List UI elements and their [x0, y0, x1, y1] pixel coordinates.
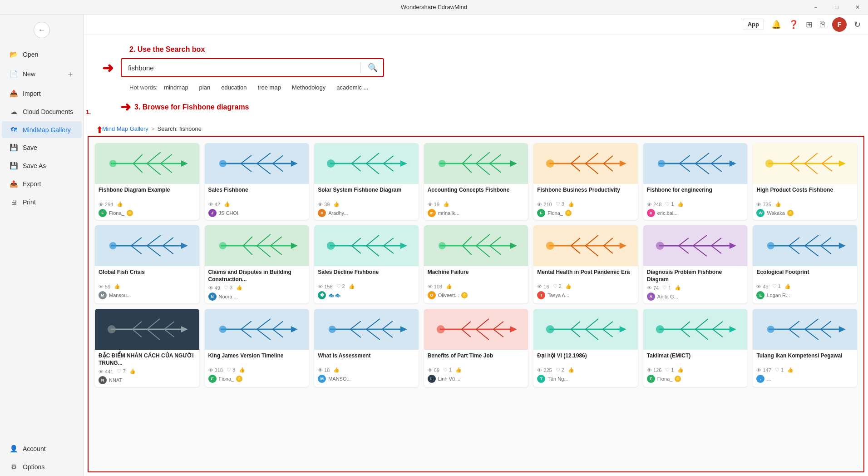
author-name: Fiona_	[657, 376, 673, 382]
author-avatar: N	[99, 376, 107, 384]
like-btn[interactable]: 👍	[565, 283, 572, 289]
author-avatar: A	[647, 293, 655, 301]
hot-word-plan[interactable]: plan	[195, 83, 215, 92]
hot-word-treemap[interactable]: tree map	[253, 83, 286, 92]
sidebar-mindmap-label: MindMap Gallery	[23, 126, 71, 134]
bell-icon[interactable]: 🔔	[771, 20, 781, 30]
like-btn[interactable]: 👍	[129, 368, 136, 374]
like-btn[interactable]: 👍	[333, 367, 340, 373]
sidebar-item-new[interactable]: 📄 New ＋	[2, 64, 82, 84]
gallery-card[interactable]: Fishbone for engineering 👁 248♡ 1👍 e eri…	[643, 143, 748, 220]
gallery-card[interactable]: Machine Failure 👁 103👍 O Oliveett... ⭐	[424, 225, 528, 303]
view-count: 👁 441	[99, 369, 113, 374]
card-stats: 👁 59👍	[99, 283, 196, 289]
hot-word-education[interactable]: education	[217, 83, 251, 92]
author-avatar: .	[756, 375, 764, 383]
grid-icon[interactable]: ⊞	[806, 20, 813, 30]
sidebar-item-open[interactable]: 📂 Open	[2, 46, 82, 63]
card-author: M Mansou...	[99, 291, 196, 299]
sidebar-item-mindmap[interactable]: 🗺 MindMap Gallery ⬆	[2, 121, 82, 138]
app-title: Wondershare EdrawMind	[401, 4, 467, 10]
like-btn[interactable]: 👍	[568, 201, 574, 207]
hot-word-mindmap[interactable]: mindmap	[159, 83, 192, 92]
gallery-card[interactable]: Tulang Ikan Kompetensi Pegawai 👁 147♡ 1👍…	[753, 309, 857, 387]
breadcrumb-separator: >	[151, 125, 155, 132]
gallery-card[interactable]: Taklimat (EMICT) 👁 126♡ 1👍 F Fiona_ ⭐	[643, 309, 748, 387]
settings-icon[interactable]: ⎘	[820, 20, 825, 29]
app-label[interactable]: App	[743, 19, 764, 30]
gallery-card[interactable]: Global Fish Crisis 👁 59👍 M Mansou...	[95, 225, 199, 303]
like-btn[interactable]: 👍	[784, 283, 791, 289]
save-icon: 💾	[9, 144, 18, 152]
like-btn[interactable]: 👍	[349, 283, 355, 289]
sidebar-item-print[interactable]: 🖨 Print	[2, 193, 82, 210]
card-thumbnail	[753, 309, 857, 350]
like-btn[interactable]: 👍	[239, 367, 245, 373]
account-icon: 👤	[9, 445, 18, 453]
breadcrumb-gallery-link[interactable]: Mind Map Gallery	[102, 125, 148, 132]
gallery-card[interactable]: ĐẶC ĐIỂM NHÂN CÁCH CỦA NGƯỜI TRUNG... 👁 …	[95, 309, 199, 387]
hot-word-methodology[interactable]: Methodology	[287, 83, 330, 92]
gallery-card[interactable]: Mental Health in Post Pandemic Era 👁 16♡…	[533, 225, 638, 303]
search-button[interactable]: 🔍	[362, 59, 383, 76]
close-button[interactable]: ✕	[847, 0, 868, 15]
minimize-button[interactable]: −	[805, 0, 826, 15]
author-name: NNAT	[109, 377, 122, 383]
like-btn[interactable]: 👍	[117, 201, 123, 207]
sidebar-item-import[interactable]: 📥 Import	[2, 85, 82, 102]
gallery-card[interactable]: Accounting Concepts Fishbone 👁 19👍 m mri…	[424, 143, 528, 220]
like-btn[interactable]: 👍	[677, 201, 684, 207]
like-btn[interactable]: 👍	[675, 285, 681, 291]
like-btn[interactable]: 👍	[114, 283, 120, 289]
like-btn[interactable]: 👍	[455, 367, 462, 373]
sidebar-item-cloud[interactable]: ☁ Cloud Documents 1.	[2, 103, 82, 120]
gallery-card[interactable]: Claims and Disputes in Building Construc…	[205, 225, 309, 303]
gallery-card[interactable]: What Is Assessment 👁 18👍 M MANSO...	[314, 309, 419, 387]
user-avatar[interactable]: F	[832, 17, 847, 32]
gallery-card[interactable]: Diagnosis Problem Fishbone Diagram 👁 74♡…	[643, 225, 748, 303]
like-btn[interactable]: 👍	[224, 201, 230, 207]
author-name: ...	[767, 376, 771, 382]
like-btn[interactable]: 👍	[775, 201, 781, 207]
gallery-card[interactable]: Solar System Fishbone Diagram 👁 39👍 A Ar…	[314, 143, 419, 220]
search-input[interactable]	[122, 60, 358, 76]
card-thumbnail	[205, 225, 309, 266]
gallery-card[interactable]: Fishbone Diagram Example 👁 294👍 F Fiona_…	[95, 143, 199, 220]
svg-point-99	[327, 242, 335, 250]
maximize-button[interactable]: □	[826, 0, 847, 15]
gallery-card[interactable]: Sales Fishbone 👁 42👍 J JS CHOI	[205, 143, 309, 220]
card-stats: 👁 225♡ 2👍	[537, 367, 634, 373]
like-btn[interactable]: 👍	[677, 367, 684, 373]
like-btn[interactable]: 👍	[443, 201, 449, 207]
card-info: ĐẶC ĐIỂM NHÂN CÁCH CỦA NGƯỜI TRUNG... 👁 …	[95, 350, 199, 387]
hot-word-academic[interactable]: academic ...	[332, 83, 373, 92]
breadcrumb: Mind Map Gallery > Search: fishbone	[84, 125, 868, 136]
sidebar-item-account[interactable]: 👤 Account	[2, 440, 82, 457]
svg-point-29	[327, 159, 335, 168]
gallery-card[interactable]: Sales Decline Fishbone 👁 156♡ 2👍 � 🐟🐟	[314, 225, 419, 303]
card-info: Fishbone Business Productivity 👁 210♡ 3👍…	[533, 184, 638, 220]
like-btn[interactable]: 👍	[236, 285, 242, 291]
view-count: 👁 318	[208, 367, 223, 373]
refresh-icon[interactable]: ↻	[854, 20, 861, 30]
view-count: 👁 248	[647, 202, 661, 207]
like-btn[interactable]: 👍	[568, 367, 574, 373]
gallery-card[interactable]: Benefits of Part Time Job 👁 69♡ 1👍 L Lin…	[424, 309, 528, 387]
question-icon[interactable]: ❓	[789, 20, 799, 30]
like-btn[interactable]: 👍	[333, 201, 340, 207]
gallery-card[interactable]: Fishbone Business Productivity 👁 210♡ 3👍…	[533, 143, 638, 220]
like-btn[interactable]: 👍	[446, 283, 452, 289]
svg-point-69	[765, 159, 774, 168]
gallery-card[interactable]: Ecological Footprint 👁 49♡ 1👍 L Logan R.…	[753, 225, 857, 303]
gallery-card[interactable]: Đại hội VI (12.1986) 👁 225♡ 2👍 T Tân Ng.…	[533, 309, 638, 387]
sidebar-item-options[interactable]: ⚙ Options	[2, 458, 82, 476]
sidebar-item-export[interactable]: 📤 Export	[2, 175, 82, 193]
back-button[interactable]: ←	[34, 22, 50, 38]
sidebar-item-saveas[interactable]: 💾 Save As	[2, 157, 82, 174]
sidebar-item-save[interactable]: 💾 Save	[2, 139, 82, 156]
like-btn[interactable]: 👍	[787, 367, 794, 373]
gallery-card[interactable]: King James Version Timeline 👁 318♡ 3👍 F …	[205, 309, 309, 387]
card-thumbnail	[533, 225, 638, 266]
gallery-card[interactable]: High Product Costs Fishbone 👁 735👍 W Wak…	[753, 143, 857, 220]
author-avatar: F	[208, 375, 217, 383]
